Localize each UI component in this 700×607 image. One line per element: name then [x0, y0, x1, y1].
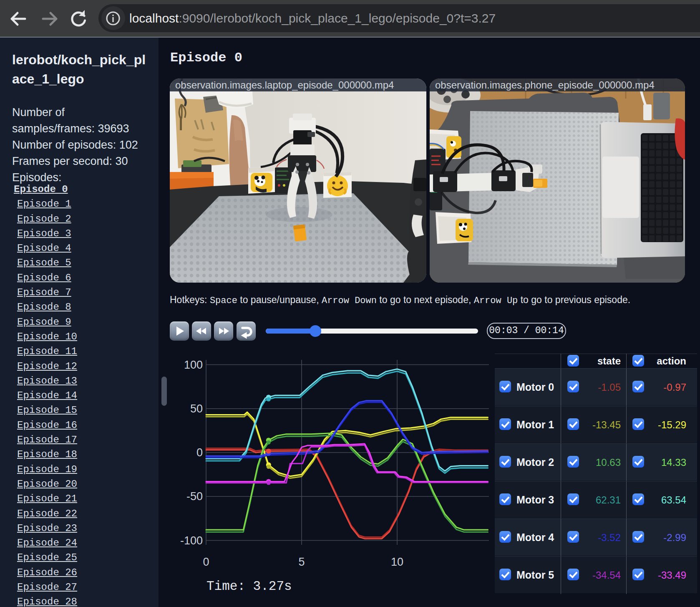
svg-text:10: 10: [391, 556, 403, 568]
svg-text:0: 0: [196, 446, 203, 459]
svg-text:5: 5: [298, 556, 305, 568]
svg-text:-100: -100: [180, 534, 203, 547]
svg-text:Time: 3.27s: Time: 3.27s: [206, 579, 292, 594]
svg-text:0: 0: [203, 556, 209, 568]
svg-text:-50: -50: [186, 490, 203, 503]
svg-text:50: 50: [190, 402, 203, 415]
svg-text:100: 100: [184, 359, 203, 371]
